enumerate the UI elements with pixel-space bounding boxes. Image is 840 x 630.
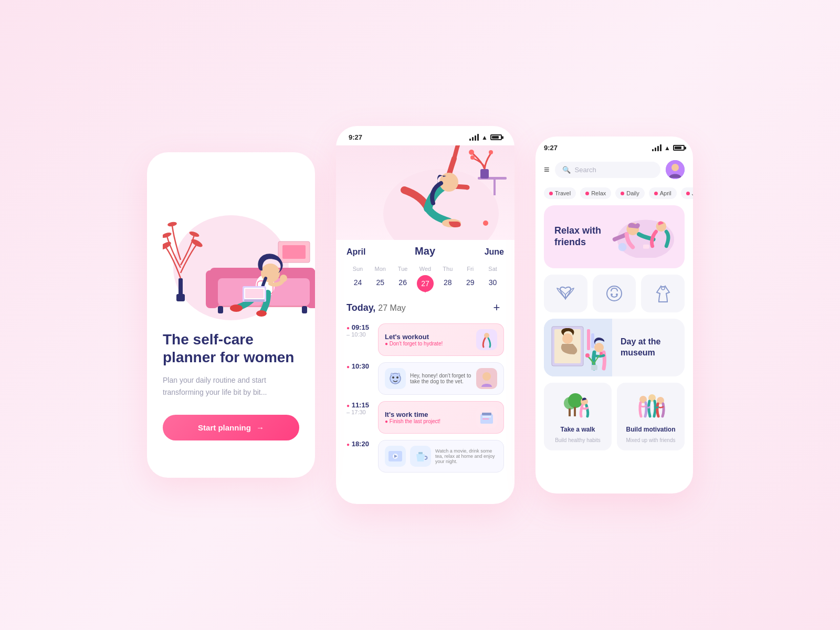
motivation-illustration [635, 390, 667, 422]
event-sub-4: Watch a movie, drink some tea, relax at … [435, 448, 497, 464]
status-bar-3: 9:27 ▲ [536, 136, 693, 156]
event-card-workout[interactable]: Let's workout ● Don't forget to hydrate! [378, 323, 504, 356]
icon-card-face[interactable] [593, 275, 636, 312]
card-relax-title: Relax with friends [554, 225, 607, 248]
svg-point-58 [611, 293, 613, 296]
cat-chip-journal[interactable]: Journal [681, 187, 693, 199]
cat-label-travel: Travel [555, 190, 571, 196]
svg-point-36 [470, 155, 475, 160]
svg-rect-66 [591, 333, 594, 348]
card-motivation[interactable]: Build motivation Mixed up with friends [617, 383, 685, 450]
cat-dot-daily [621, 192, 624, 195]
svg-rect-24 [244, 299, 265, 302]
card-motivation-title: Build motivation [626, 426, 676, 433]
screens-container: The self-care planner for women Plan you… [116, 84, 724, 546]
date-26[interactable]: 26 [392, 275, 414, 292]
search-placeholder: Search [575, 166, 596, 174]
face-icon [605, 284, 624, 303]
battery-icon-2 [490, 134, 502, 140]
event-info-3: It's work time ● Finish the last project… [385, 411, 472, 424]
month-current[interactable]: May [415, 245, 435, 257]
svg-point-72 [568, 393, 583, 408]
status-time-2: 9:27 [349, 133, 362, 141]
search-bar-row: ≡ 🔍 Search [536, 156, 693, 185]
event-card-evening[interactable]: Watch a movie, drink some tea, relax at … [378, 440, 504, 472]
cat-label-daily: Daily [626, 190, 639, 196]
date-24[interactable]: 24 [346, 275, 369, 292]
date-29[interactable]: 29 [459, 275, 481, 292]
time-col-3: ● 11:15 – 17:30 [346, 401, 373, 415]
svg-rect-25 [245, 289, 264, 298]
screen-calendar: 9:27 ▲ [336, 126, 514, 504]
svg-point-26 [280, 275, 287, 282]
timeline-item-4: ● 18:20 [346, 440, 504, 472]
card-museum-title: Day at the museum [612, 328, 685, 367]
walk-svg [562, 390, 594, 422]
cat-chip-daily[interactable]: Daily [615, 187, 644, 199]
event-sub-3: ● Finish the last project! [385, 418, 472, 424]
card-motivation-sub: Mixed up with friends [626, 437, 676, 443]
card-relax[interactable]: Relax with friends [544, 205, 685, 268]
hamburger-icon[interactable]: ≡ [544, 164, 550, 175]
start-btn-label: Start planning [198, 423, 251, 432]
cat-chip-april[interactable]: April [649, 187, 677, 199]
icon-card-dress[interactable] [641, 275, 685, 312]
time-col-1: ● 09:15 – 10:30 [346, 323, 373, 338]
svg-rect-44 [482, 416, 491, 417]
dog-icon [386, 369, 405, 388]
cat-chip-relax[interactable]: Relax [580, 187, 611, 199]
date-25[interactable]: 25 [369, 275, 392, 292]
svg-point-59 [616, 293, 618, 296]
work-icon [477, 408, 496, 427]
status-icons-2: ▲ [469, 134, 502, 141]
dress-icon [654, 284, 673, 303]
calendar-section: April May June Sun Mon Tue Wed Thu Fri S… [336, 245, 514, 300]
categories-row: Travel Relax Daily April Journal [536, 185, 693, 205]
movie-icon [386, 447, 405, 466]
weekday-sat: Sat [481, 266, 504, 272]
dates-row: 24 25 26 27 28 29 30 [346, 275, 504, 292]
cards-small-row: Take a walk Build healthy habits [544, 383, 685, 450]
time-end-1: – 10:30 [346, 331, 373, 338]
weekday-thu: Thu [436, 266, 459, 272]
date-28[interactable]: 28 [436, 275, 459, 292]
yoga-illustration [336, 145, 514, 240]
search-input-wrap[interactable]: 🔍 Search [555, 162, 660, 178]
time-end-3: – 17:30 [346, 409, 373, 415]
bar-s3-2 [655, 148, 656, 151]
cat-dot-journal [686, 192, 690, 195]
event-title-3: It's work time [385, 411, 472, 418]
svg-point-20 [230, 304, 243, 312]
card-museum[interactable]: Day at the museum [544, 319, 685, 376]
date-30[interactable]: 30 [481, 275, 504, 292]
event-card-dog[interactable]: Hey, honey! don't forget to take the dog… [378, 362, 504, 395]
screen-1-content: The self-care planner for women Plan you… [163, 331, 299, 457]
month-next[interactable]: June [485, 247, 504, 257]
walk-illustration [562, 390, 594, 422]
timeline: ● 09:15 – 10:30 Let's workout ● Don't fo… [336, 323, 514, 472]
svg-point-30 [483, 220, 488, 226]
museum-illustration [544, 319, 612, 376]
date-27-active[interactable]: 27 [417, 275, 434, 292]
signal-bars-2 [469, 134, 479, 141]
cat-chip-travel[interactable]: Travel [544, 187, 576, 199]
start-planning-button[interactable]: Start planning → [163, 415, 299, 440]
event-avatar-2 [476, 368, 497, 389]
svg-point-51 [671, 164, 679, 171]
wifi-icon-3: ▲ [664, 144, 670, 152]
card-walk[interactable]: Take a walk Build healthy habits [544, 383, 612, 450]
month-prev[interactable]: April [346, 247, 365, 257]
add-event-button[interactable]: + [489, 300, 504, 315]
svg-rect-32 [494, 180, 496, 195]
status-time-3: 9:27 [544, 144, 558, 152]
signal-bars-3 [652, 144, 662, 151]
user-avatar[interactable] [666, 160, 685, 179]
icon-card-lotus[interactable] [544, 275, 587, 312]
search-icon: 🔍 [562, 166, 571, 174]
time-start-1: ● 09:15 [346, 323, 373, 331]
status-icons-3: ▲ [652, 144, 685, 152]
weekdays-row: Sun Mon Tue Wed Thu Fri Sat [346, 266, 504, 272]
event-card-work[interactable]: It's work time ● Finish the last project… [378, 401, 504, 434]
event-thumb-1 [476, 329, 497, 350]
svg-point-69 [585, 353, 590, 358]
